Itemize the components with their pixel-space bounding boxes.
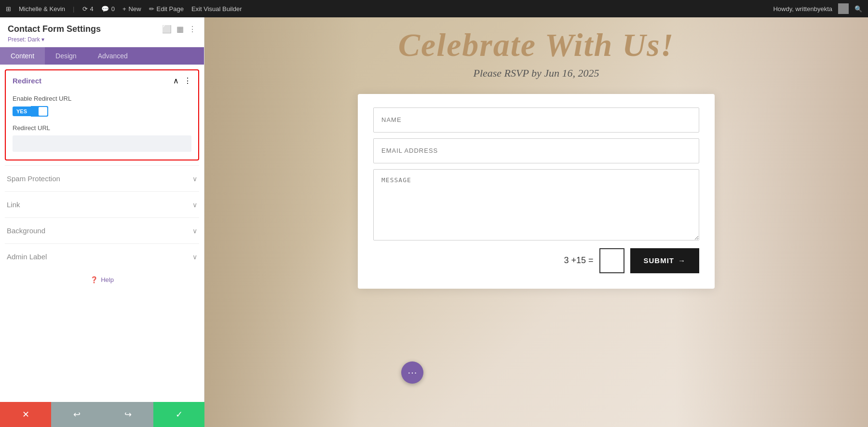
tab-content[interactable]: Content — [0, 47, 45, 65]
panel-title: Contact Form Settings — [8, 24, 101, 34]
email-field[interactable] — [373, 138, 699, 163]
revisions-icon: ⟳ — [82, 5, 88, 13]
floating-action-button[interactable]: ⋯ — [401, 361, 423, 384]
site-name[interactable]: Michelle & Kevin — [19, 5, 65, 13]
exit-builder-label: Exit Visual Builder — [191, 5, 242, 13]
revisions-item[interactable]: ⟳ 4 — [82, 5, 94, 13]
captcha-text: 3 +15 = — [564, 255, 593, 266]
toggle-yes-label: YES — [13, 107, 31, 116]
main-area: Contact Form Settings ⬜ ▦ ⋮ Preset: Dark… — [0, 17, 868, 427]
chevron-down-icon: ▾ — [41, 36, 44, 43]
background-header[interactable]: Background ∨ — [5, 218, 199, 243]
exit-builder-item[interactable]: Exit Visual Builder — [191, 5, 242, 13]
captcha-answer-box[interactable] — [599, 248, 624, 273]
top-bar: ⊞ Michelle & Kevin | ⟳ 4 💬 0 + New ✏ Edi… — [0, 0, 868, 17]
section-link: Link ∨ — [5, 191, 199, 217]
link-chevron-icon: ∨ — [192, 201, 197, 209]
comments-item[interactable]: 💬 0 — [101, 5, 115, 13]
hero-title: Celebrate With Us! — [398, 27, 675, 63]
redirect-url-label: Redirect URL — [13, 124, 191, 132]
edit-page-label: Edit Page — [157, 5, 184, 13]
revisions-count: 4 — [90, 5, 94, 13]
link-title: Link — [7, 200, 20, 209]
section-spam-protection: Spam Protection ∨ — [5, 165, 199, 191]
avatar — [838, 3, 849, 14]
link-header[interactable]: Link ∨ — [5, 192, 199, 217]
cancel-icon: ✕ — [22, 409, 29, 420]
save-button[interactable]: ✓ — [153, 402, 204, 427]
tab-design[interactable]: Design — [45, 47, 87, 65]
left-panel: Contact Form Settings ⬜ ▦ ⋮ Preset: Dark… — [0, 17, 204, 427]
contact-form-card: 3 +15 = SUBMIT → — [358, 94, 715, 289]
layout-icon[interactable]: ▦ — [176, 25, 184, 34]
spam-protection-header[interactable]: Spam Protection ∨ — [5, 166, 199, 191]
panel-content: Redirect ∧ ⋮ Enable Redirect URL YES Red… — [0, 65, 204, 427]
preset-label: Preset: Dark — [8, 36, 40, 43]
edit-page-item[interactable]: ✏ Edit Page — [149, 5, 184, 13]
enable-redirect-label: Enable Redirect URL — [13, 95, 191, 102]
spam-protection-title: Spam Protection — [7, 174, 60, 183]
comments-icon: 💬 — [101, 5, 109, 13]
bottom-action-bar: ✕ ↩ ↪ ✓ — [0, 402, 204, 427]
admin-label-chevron-icon: ∨ — [192, 253, 197, 261]
form-bottom-row: 3 +15 = SUBMIT → — [373, 248, 699, 273]
redirect-section-body: Enable Redirect URL YES Redirect URL — [6, 91, 198, 160]
undo-icon: ↩ — [73, 409, 81, 420]
pencil-icon: ✏ — [149, 5, 154, 13]
redirect-title: Redirect — [13, 77, 41, 85]
window-mode-icon[interactable]: ⬜ — [162, 25, 172, 34]
new-label: New — [129, 5, 141, 13]
more-options-icon[interactable]: ⋮ — [189, 25, 196, 34]
redirect-more-icon[interactable]: ⋮ — [184, 76, 191, 85]
hero-subtitle: Please RSVP by Jun 16, 2025 — [473, 67, 599, 80]
submit-label: SUBMIT — [644, 256, 675, 265]
plus-icon: + — [122, 5, 126, 13]
cancel-button[interactable]: ✕ — [0, 402, 51, 427]
page-preview: Celebrate With Us! Please RSVP by Jun 16… — [204, 17, 868, 427]
undo-button[interactable]: ↩ — [51, 402, 102, 427]
panel-tabs: Content Design Advanced — [0, 47, 204, 65]
page-content-overlay: Celebrate With Us! Please RSVP by Jun 16… — [204, 17, 868, 427]
background-title: Background — [7, 227, 45, 235]
redirect-collapse-icon[interactable]: ∧ — [173, 76, 179, 85]
search-icon[interactable]: 🔍 — [854, 5, 862, 13]
panel-header: Contact Form Settings ⬜ ▦ ⋮ Preset: Dark… — [0, 17, 204, 47]
section-redirect: Redirect ∧ ⋮ Enable Redirect URL YES Red… — [5, 69, 199, 160]
howdy-text: Howdy, writtenbyekta — [773, 5, 832, 13]
redirect-section-header: Redirect ∧ ⋮ — [6, 70, 198, 91]
spam-protection-chevron-icon: ∨ — [192, 175, 197, 183]
help-circle-icon: ❓ — [90, 276, 98, 283]
admin-label-header[interactable]: Admin Label ∨ — [5, 244, 199, 269]
comments-count: 0 — [111, 5, 115, 13]
name-field[interactable] — [373, 107, 699, 133]
background-chevron-icon: ∨ — [192, 227, 197, 235]
admin-label-title: Admin Label — [7, 253, 47, 261]
enable-redirect-toggle[interactable]: YES — [13, 106, 191, 117]
wp-icon[interactable]: ⊞ — [6, 5, 11, 13]
submit-arrow-icon: → — [678, 256, 686, 265]
save-icon: ✓ — [176, 409, 183, 420]
redo-button[interactable]: ↪ — [102, 402, 153, 427]
submit-button[interactable]: SUBMIT → — [630, 248, 700, 273]
fab-icon: ⋯ — [407, 367, 417, 378]
help-label: Help — [101, 276, 114, 283]
redirect-url-input[interactable] — [13, 135, 191, 152]
toggle-switch[interactable] — [31, 106, 48, 117]
message-field[interactable] — [373, 169, 699, 240]
new-item[interactable]: + New — [122, 5, 141, 13]
preset-selector[interactable]: Preset: Dark ▾ — [8, 36, 196, 43]
section-background: Background ∨ — [5, 217, 199, 243]
redo-icon: ↪ — [124, 409, 132, 420]
help-section[interactable]: ❓ Help — [0, 269, 204, 290]
toggle-knob — [39, 107, 47, 116]
tab-advanced[interactable]: Advanced — [87, 47, 138, 65]
section-admin-label: Admin Label ∨ — [5, 243, 199, 269]
